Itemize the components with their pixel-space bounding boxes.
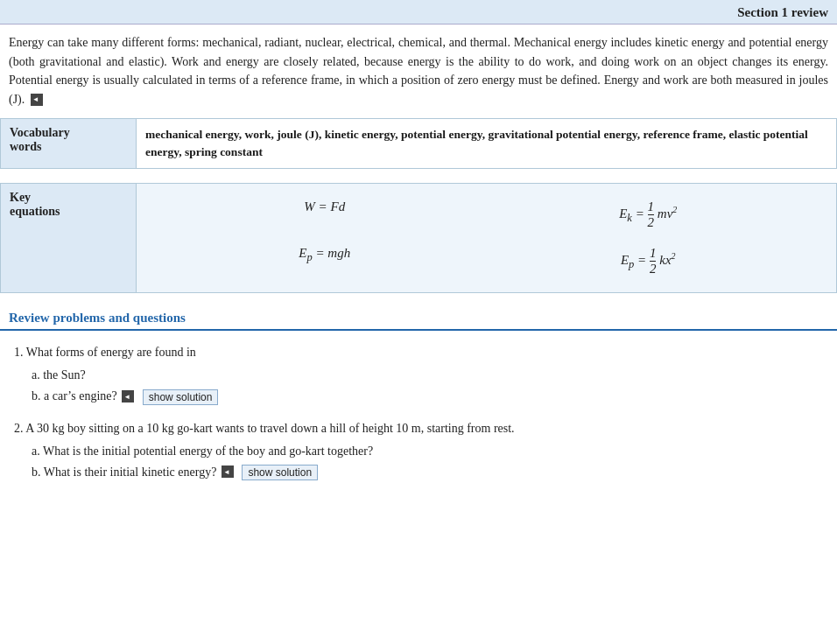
problem-2-part-a: a. What is the initial potential energy … [32,441,828,462]
problem-1-part-b: b. a car’s engine? show solution [32,386,828,407]
problem-1-part-a: a. the Sun? [32,365,828,386]
equation-Ep-mgh: Ep = mgh [172,246,478,276]
problem-2-part-b: b. What is their initial kinetic energy?… [32,462,828,483]
problem-1: 1. What forms of energy are found in a. … [9,343,828,407]
problem-1-parts: a. the Sun? b. a car’s engine? show solu… [14,365,828,407]
problem-2-text: 2. A 30 kg boy sitting on a 10 kg go-kar… [14,419,828,438]
vocab-row: Vocabulary words mechanical energy, work… [1,118,837,169]
vocab-content-cell: mechanical energy, work, joule (J), kine… [137,118,837,169]
section-title: Section 1 review [0,0,837,24]
problem-1-text: 1. What forms of energy are found in [14,343,828,361]
problem-2: 2. A 30 kg boy sitting on a 10 kg go-kar… [9,419,828,483]
show-solution-1b[interactable]: show solution [143,389,219,405]
media-icon-2b[interactable] [222,466,234,478]
media-icon-intro[interactable] [31,94,43,106]
media-icon-1b[interactable] [122,390,134,402]
review-section: 1. What forms of energy are found in a. … [0,340,837,503]
key-eq-label-cell: Key equations [1,184,137,293]
equations-grid: W = Fd Ek = 1 2 mv2 Ep = mgh [145,191,827,285]
equations-cell: W = Fd Ek = 1 2 mv2 Ep = mgh [137,184,837,293]
show-solution-2b[interactable]: show solution [242,465,318,480]
equation-Ek: Ek = 1 2 mv2 [496,200,802,230]
equation-W-Fd: W = Fd [172,200,478,230]
summary-table: Vocabulary words mechanical energy, work… [0,118,837,294]
vocab-content: mechanical energy, work, joule (J), kine… [145,126,827,162]
vocab-label-cell: Vocabulary words [1,118,137,169]
problem-2-parts: a. What is the initial potential energy … [14,441,828,483]
spacer-row [1,169,837,184]
review-heading: Review problems and questions [0,300,837,331]
intro-paragraph: Energy can take many different forms: me… [0,24,837,118]
key-equations-row: Key equations W = Fd Ek = 1 2 [1,184,837,293]
equation-Ep-kx2: Ep = 1 2 kx2 [496,246,802,276]
